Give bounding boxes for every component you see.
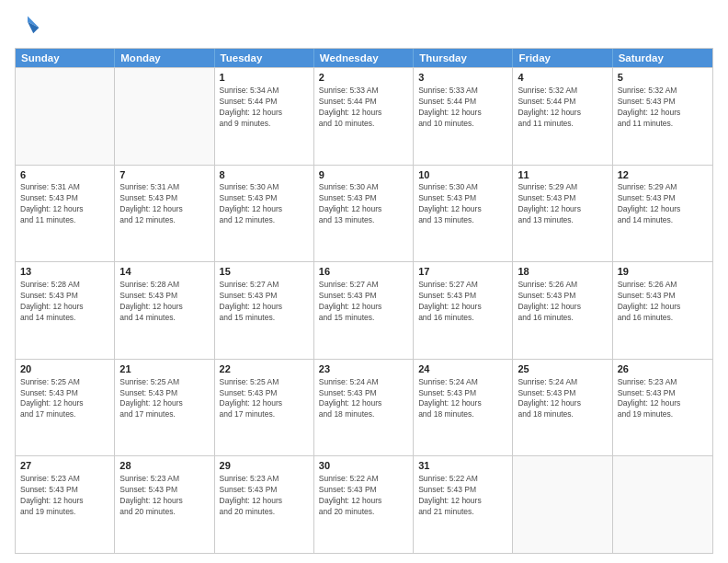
table-row: 30Sunrise: 5:22 AM Sunset: 5:43 PM Dayli… [314, 456, 414, 553]
day-info: Sunrise: 5:27 AM Sunset: 5:43 PM Dayligh… [319, 280, 408, 324]
table-row [16, 68, 115, 165]
table-row: 26Sunrise: 5:23 AM Sunset: 5:43 PM Dayli… [613, 360, 712, 456]
day-info: Sunrise: 5:24 AM Sunset: 5:43 PM Dayligh… [319, 377, 408, 421]
day-info: Sunrise: 5:31 AM Sunset: 5:43 PM Dayligh… [119, 182, 209, 226]
day-info: Sunrise: 5:23 AM Sunset: 5:43 PM Dayligh… [618, 377, 708, 421]
table-row [513, 456, 612, 553]
table-row: 6Sunrise: 5:31 AM Sunset: 5:43 PM Daylig… [16, 166, 115, 262]
day-number: 23 [319, 362, 408, 376]
day-number: 14 [119, 265, 209, 279]
day-info: Sunrise: 5:22 AM Sunset: 5:43 PM Dayligh… [319, 474, 408, 518]
day-number: 20 [20, 362, 109, 376]
day-info: Sunrise: 5:33 AM Sunset: 5:44 PM Dayligh… [418, 86, 507, 130]
table-row: 17Sunrise: 5:27 AM Sunset: 5:43 PM Dayli… [414, 262, 513, 359]
calendar-week-5: 27Sunrise: 5:23 AM Sunset: 5:43 PM Dayli… [16, 455, 712, 553]
day-info: Sunrise: 5:28 AM Sunset: 5:43 PM Dayligh… [119, 280, 209, 324]
day-number: 8 [220, 168, 309, 182]
day-info: Sunrise: 5:27 AM Sunset: 5:43 PM Dayligh… [220, 280, 309, 324]
table-row: 22Sunrise: 5:25 AM Sunset: 5:43 PM Dayli… [215, 360, 314, 456]
table-row: 27Sunrise: 5:23 AM Sunset: 5:43 PM Dayli… [16, 456, 115, 553]
day-number: 9 [319, 168, 408, 182]
day-number: 5 [618, 71, 708, 85]
table-row: 9Sunrise: 5:30 AM Sunset: 5:43 PM Daylig… [314, 166, 414, 262]
day-number: 16 [319, 265, 408, 279]
table-row: 28Sunrise: 5:23 AM Sunset: 5:43 PM Dayli… [115, 456, 214, 553]
calendar: SundayMondayTuesdayWednesdayThursdayFrid… [15, 48, 713, 554]
calendar-header-row: SundayMondayTuesdayWednesdayThursdayFrid… [16, 49, 712, 67]
day-info: Sunrise: 5:28 AM Sunset: 5:43 PM Dayligh… [20, 280, 109, 324]
day-number: 25 [518, 362, 607, 376]
table-row: 15Sunrise: 5:27 AM Sunset: 5:43 PM Dayli… [215, 262, 314, 359]
table-row: 12Sunrise: 5:29 AM Sunset: 5:43 PM Dayli… [613, 166, 712, 262]
table-row: 8Sunrise: 5:30 AM Sunset: 5:43 PM Daylig… [215, 166, 314, 262]
table-row: 11Sunrise: 5:29 AM Sunset: 5:43 PM Dayli… [513, 166, 612, 262]
table-row: 23Sunrise: 5:24 AM Sunset: 5:43 PM Dayli… [314, 360, 414, 456]
day-info: Sunrise: 5:26 AM Sunset: 5:43 PM Dayligh… [518, 280, 607, 324]
day-info: Sunrise: 5:30 AM Sunset: 5:43 PM Dayligh… [220, 182, 309, 226]
header [15, 15, 713, 40]
table-row: 10Sunrise: 5:30 AM Sunset: 5:43 PM Dayli… [414, 166, 513, 262]
day-number: 13 [20, 265, 109, 279]
day-number: 2 [319, 71, 408, 85]
day-number: 24 [418, 362, 507, 376]
day-number: 22 [220, 362, 309, 376]
table-row: 5Sunrise: 5:32 AM Sunset: 5:43 PM Daylig… [613, 68, 712, 165]
day-info: Sunrise: 5:26 AM Sunset: 5:43 PM Dayligh… [618, 280, 708, 324]
table-row: 18Sunrise: 5:26 AM Sunset: 5:43 PM Dayli… [513, 262, 612, 359]
day-info: Sunrise: 5:30 AM Sunset: 5:43 PM Dayligh… [319, 182, 408, 226]
day-number: 7 [119, 168, 209, 182]
logo [15, 15, 44, 40]
day-number: 31 [418, 459, 507, 473]
table-row: 20Sunrise: 5:25 AM Sunset: 5:43 PM Dayli… [16, 360, 115, 456]
day-info: Sunrise: 5:24 AM Sunset: 5:43 PM Dayligh… [418, 377, 507, 421]
day-of-week-monday: Monday [115, 49, 214, 67]
day-number: 29 [220, 459, 309, 473]
day-info: Sunrise: 5:25 AM Sunset: 5:43 PM Dayligh… [20, 377, 109, 421]
day-info: Sunrise: 5:27 AM Sunset: 5:43 PM Dayligh… [418, 280, 507, 324]
day-info: Sunrise: 5:31 AM Sunset: 5:43 PM Dayligh… [20, 182, 109, 226]
day-info: Sunrise: 5:32 AM Sunset: 5:43 PM Dayligh… [618, 86, 708, 130]
day-number: 30 [319, 459, 408, 473]
table-row: 3Sunrise: 5:33 AM Sunset: 5:44 PM Daylig… [414, 68, 513, 165]
table-row: 25Sunrise: 5:24 AM Sunset: 5:43 PM Dayli… [513, 360, 612, 456]
table-row: 4Sunrise: 5:32 AM Sunset: 5:44 PM Daylig… [513, 68, 612, 165]
day-info: Sunrise: 5:23 AM Sunset: 5:43 PM Dayligh… [119, 474, 209, 518]
table-row [115, 68, 214, 165]
table-row: 14Sunrise: 5:28 AM Sunset: 5:43 PM Dayli… [115, 262, 214, 359]
day-of-week-saturday: Saturday [613, 49, 712, 67]
calendar-body: 1Sunrise: 5:34 AM Sunset: 5:44 PM Daylig… [16, 67, 712, 553]
table-row: 1Sunrise: 5:34 AM Sunset: 5:44 PM Daylig… [215, 68, 314, 165]
table-row [613, 456, 712, 553]
day-info: Sunrise: 5:29 AM Sunset: 5:43 PM Dayligh… [518, 182, 607, 226]
day-number: 28 [119, 459, 209, 473]
day-number: 17 [418, 265, 507, 279]
day-info: Sunrise: 5:33 AM Sunset: 5:44 PM Dayligh… [319, 86, 408, 130]
table-row: 2Sunrise: 5:33 AM Sunset: 5:44 PM Daylig… [314, 68, 414, 165]
logo-icon [15, 15, 40, 40]
calendar-week-3: 13Sunrise: 5:28 AM Sunset: 5:43 PM Dayli… [16, 261, 712, 359]
calendar-week-1: 1Sunrise: 5:34 AM Sunset: 5:44 PM Daylig… [16, 67, 712, 165]
table-row: 31Sunrise: 5:22 AM Sunset: 5:43 PM Dayli… [414, 456, 513, 553]
day-number: 27 [20, 459, 109, 473]
day-number: 3 [418, 71, 507, 85]
day-info: Sunrise: 5:25 AM Sunset: 5:43 PM Dayligh… [119, 377, 209, 421]
day-info: Sunrise: 5:24 AM Sunset: 5:43 PM Dayligh… [518, 377, 607, 421]
calendar-week-2: 6Sunrise: 5:31 AM Sunset: 5:43 PM Daylig… [16, 165, 712, 262]
day-info: Sunrise: 5:23 AM Sunset: 5:43 PM Dayligh… [20, 474, 109, 518]
day-number: 12 [618, 168, 708, 182]
table-row: 13Sunrise: 5:28 AM Sunset: 5:43 PM Dayli… [16, 262, 115, 359]
table-row: 16Sunrise: 5:27 AM Sunset: 5:43 PM Dayli… [314, 262, 414, 359]
day-info: Sunrise: 5:29 AM Sunset: 5:43 PM Dayligh… [618, 182, 708, 226]
table-row: 29Sunrise: 5:23 AM Sunset: 5:43 PM Dayli… [215, 456, 314, 553]
day-number: 15 [220, 265, 309, 279]
day-number: 4 [518, 71, 607, 85]
day-number: 26 [618, 362, 708, 376]
calendar-week-4: 20Sunrise: 5:25 AM Sunset: 5:43 PM Dayli… [16, 359, 712, 456]
table-row: 7Sunrise: 5:31 AM Sunset: 5:43 PM Daylig… [115, 166, 214, 262]
day-of-week-sunday: Sunday [16, 49, 115, 67]
day-of-week-thursday: Thursday [414, 49, 513, 67]
day-number: 18 [518, 265, 607, 279]
day-number: 10 [418, 168, 507, 182]
day-number: 21 [119, 362, 209, 376]
day-number: 6 [20, 168, 109, 182]
